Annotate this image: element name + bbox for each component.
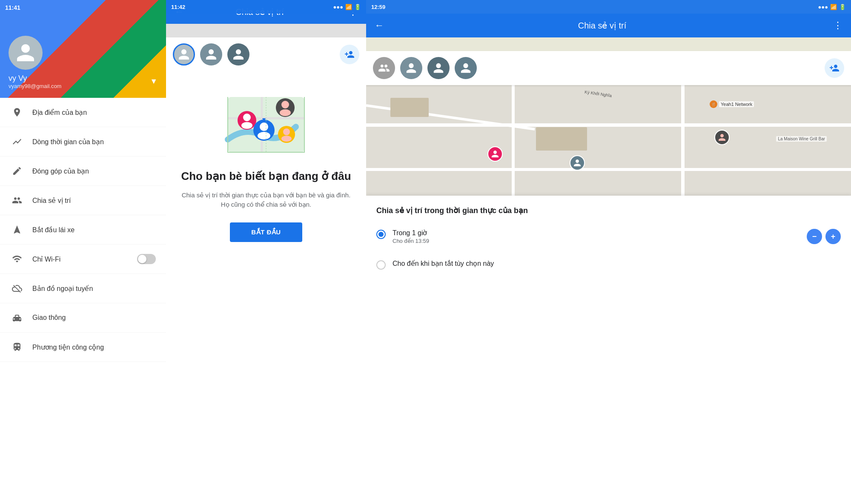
svg-point-7 [260,122,268,131]
sidebar-panel: 11:41 vy Vy vyamy98@gmail.com ▼ Địa điểm… [0,0,166,504]
wifi-icon [10,252,24,266]
start-button[interactable]: BẮT ĐẦU [230,222,302,242]
sidebar-item-drive[interactable]: Bắt đầu lái xe [0,215,166,245]
ky-khoi-label: Ký Khởi Nghĩa [584,90,612,98]
edit-icon [10,164,24,178]
wifi-toggle[interactable] [137,254,156,264]
timeline-icon [10,135,24,148]
drive-label: Bắt đầu lái xe [32,226,74,234]
option-until-off-main: Cho đến khi bạn tắt tùy chọn này [393,259,841,268]
yeah1-poi: 🍴 Yeah1 Network [710,100,754,108]
intro-illustration [219,84,313,161]
sidebar-item-wifi[interactable]: Chỉ Wi-Fi [0,245,166,274]
sidebar-user-email: vyamy98@gmail.com [9,83,158,89]
option-until-off[interactable]: Cho đến khi bạn tắt tùy chọn này [376,256,841,273]
share-app-header: ← Chia sẻ vị trí ⋮ [366,14,851,37]
share-wifi-icon: 📶 [830,4,837,10]
share-bottom-sheet: Chia sẻ vị trí trong thời gian thực của … [366,196,851,504]
share-status-bar: 12:59 ●●● 📶 🔋 [366,0,851,14]
sidebar-item-share-location[interactable]: Chia sẻ vị trí [0,186,166,215]
decrease-time-button[interactable]: − [807,229,822,244]
share-time: 12:59 [371,4,385,10]
chevron-down-icon[interactable]: ▼ [150,77,158,86]
wifi-label: Chỉ Wi-Fi [32,255,60,263]
svg-point-14 [281,136,292,142]
option-1hour-text: Trong 1 giờ Cho đến 13:59 [393,229,807,244]
sidebar-item-contribute[interactable]: Đóng góp của bạn [0,157,166,186]
svg-point-8 [258,132,270,140]
sidebar-item-places[interactable]: Địa điểm của bạn [0,98,166,127]
sidebar-status-bar: 11:41 [0,0,166,15]
sidebar-header: 11:41 vy Vy vyamy98@gmail.com ▼ [0,0,166,98]
option-1hour-sub: Cho đến 13:59 [393,238,807,244]
share-contact-3[interactable] [455,57,477,79]
share-contact-self[interactable] [373,57,395,79]
sidebar-item-traffic[interactable]: Giao thông [0,303,166,333]
wifi-status-icon: 📶 [345,4,352,10]
bus-icon [10,340,24,354]
option-until-off-text: Cho đến khi bạn tắt tùy chọn này [393,259,841,268]
sidebar-time: 11:41 [5,4,20,11]
svg-point-5 [241,122,252,129]
cloud-off-icon [10,282,24,295]
map-panel: 11:42 ●●● 📶 🔋 ← Chia sẻ vị trí ⋮ [166,0,366,504]
battery-icon: 🔋 [354,4,361,10]
contact-self[interactable] [173,43,195,65]
signal-icon: ●●● [333,4,343,10]
sidebar-item-offline[interactable]: Bản đồ ngoại tuyến [0,274,166,303]
intro-desc: Chia sẻ vị trí thời gian thực của bạn vớ… [179,191,353,210]
offline-label: Bản đồ ngoại tuyến [32,285,93,293]
share-title-bar: Chia sẻ vị trí [375,20,830,31]
time-controls: − + [807,229,841,244]
traffic-icon [10,311,24,325]
la-maison-label: La Maison Wine Grill Bar [776,136,827,142]
option-1hour[interactable]: Trong 1 giờ Cho đến 13:59 − + [376,225,841,248]
radio-until-off[interactable] [376,260,386,270]
intro-title: Cho bạn bè biết bạn đang ở đâu [181,169,351,184]
contact-1[interactable] [200,43,222,65]
map-time: 11:42 [171,4,185,10]
location-icon [10,105,24,119]
map-avatar-3 [714,130,730,145]
map-status-icons: ●●● 📶 🔋 [333,4,361,10]
person-icon [15,42,36,63]
share-contact-1[interactable] [400,57,422,79]
intro-dialog: Cho bạn bè biết bạn đang ở đâu Chia sẻ v… [166,71,366,504]
share-settings-title: Chia sẻ vị trí trong thời gian thực của … [376,206,841,215]
svg-point-10 [281,101,289,108]
transit-label: Phương tiện công cộng [32,343,104,351]
share-status-icons: ●●● 📶 🔋 [818,4,846,10]
share-location-label: Chia sẻ vị trí [32,196,71,205]
places-label: Địa điểm của bạn [32,108,87,117]
contacts-bar [166,37,366,71]
sidebar-item-transit[interactable]: Phương tiện công cộng [0,333,166,362]
svg-point-4 [243,114,251,121]
share-add-contact-button[interactable] [825,58,844,78]
sidebar-item-timeline[interactable]: Dòng thời gian của bạn [0,127,166,157]
svg-point-11 [280,109,291,116]
traffic-label: Giao thông [32,314,66,322]
timeline-label: Dòng thời gian của bạn [32,138,104,146]
option-1hour-main: Trong 1 giờ [393,229,807,237]
radio-1hour[interactable] [376,230,386,239]
share-map-content: 🍴 Yeah1 Network La Maison Wine Grill Bar… [366,85,851,213]
svg-point-13 [283,128,290,135]
share-location-icon [10,194,24,207]
map-status-bar: 11:42 ●●● 📶 🔋 [166,0,366,14]
contribute-label: Đóng góp của bạn [32,167,89,175]
share-panel: 12:59 ●●● 📶 🔋 ← Chia sẻ vị trí ⋮ [366,0,851,504]
sidebar-user-name: vy Vy [9,74,158,83]
contact-2[interactable] [227,43,249,65]
navigation-icon [10,223,24,236]
sidebar-menu: Địa điểm của bạn Dòng thời gian của bạn … [0,98,166,504]
share-battery-icon: 🔋 [839,4,846,10]
share-signal-icon: ●●● [818,4,828,10]
add-contact-button[interactable] [340,45,359,64]
increase-time-button[interactable]: + [825,229,841,244]
map-avatar-1 [487,146,503,162]
share-overflow-button[interactable]: ⋮ [830,18,846,33]
sidebar-avatar [9,36,43,70]
share-contacts-bar [366,51,851,85]
share-contact-2[interactable] [427,57,450,79]
